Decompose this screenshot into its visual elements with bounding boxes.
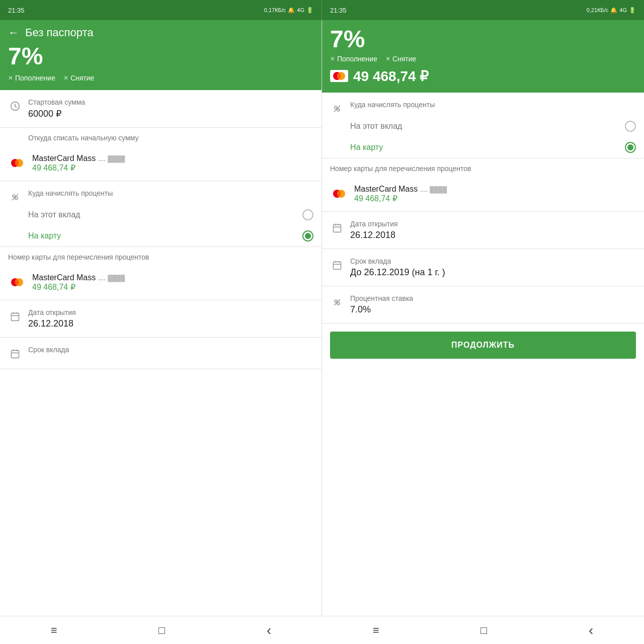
percent-right: 7% <box>330 26 636 53</box>
screen-right: 7% ✕ Пополнение ✕ Снятие 49 468,7 <box>322 20 644 616</box>
radio-deposit-left[interactable] <box>302 209 313 220</box>
status-bars: 21:35 0,17КБ/с 🔔 4G 🔋 21:35 0,21КБ/с 🔔 4… <box>0 0 644 20</box>
mastercard-icon-interest-left <box>8 276 26 288</box>
back-icon-left[interactable]: ‹ <box>267 622 271 638</box>
open-date-value-left: 26.12.2018 <box>28 318 313 329</box>
term-label-left: Срок вклада <box>28 346 313 354</box>
header-tags-right: ✕ Пополнение ✕ Снятие <box>330 55 636 63</box>
source-card-name: MasterCard Mass <box>32 154 96 163</box>
source-section: Откуда списать начальную сумму MasterCar… <box>0 128 321 181</box>
rate-label-right: Процентная ставка <box>350 294 636 302</box>
svg-rect-31 <box>334 262 341 269</box>
back-button[interactable]: ← <box>8 26 19 39</box>
page-title-left: Без паспорта <box>25 26 94 39</box>
x-icon-withdrawal-right: ✕ <box>385 55 390 62</box>
interest-card-row-left[interactable]: MasterCard Mass .... ████ 49 468,74 ₽ <box>0 265 321 300</box>
header-balance: 49 468,74 ₽ <box>353 68 429 85</box>
bottom-navs: ≡ □ ‹ ≡ □ ‹ <box>0 616 644 644</box>
source-label: Откуда списать начальную сумму <box>28 134 313 142</box>
option-deposit-left[interactable]: На этот вклад <box>0 204 321 225</box>
status-bar-right: 21:35 0,21КБ/с 🔔 4G 🔋 <box>322 0 644 20</box>
interest-card-balance-left: 49 468,74 ₽ <box>32 282 313 292</box>
option-card-left[interactable]: На карту <box>0 225 321 247</box>
interest-card-dots-left: .... ████ <box>98 274 125 282</box>
screens: ← Без паспорта 7% ✕ Пополнение ✕ Снятие <box>0 20 644 616</box>
interest-section-right: Куда начислять проценты На этот вклад На… <box>322 93 644 158</box>
calendar2-icon-left <box>8 347 22 361</box>
header-tags-left: ✕ Пополнение ✕ Снятие <box>8 74 313 82</box>
radio-card-right[interactable] <box>625 142 636 153</box>
content-left: Стартовая сумма 60000 ₽ Откуда списать н… <box>0 90 321 616</box>
status-bar-left: 21:35 0,17КБ/с 🔔 4G 🔋 <box>0 0 322 20</box>
open-date-section-right: Дата открытия 26.12.2018 <box>322 212 644 249</box>
interest-card-balance-right: 49 468,74 ₽ <box>354 194 636 203</box>
header-balance-row: 49 468,74 ₽ <box>330 68 636 85</box>
rate-value-right: 7.0% <box>350 304 636 315</box>
home-icon-left[interactable]: □ <box>158 624 165 637</box>
percent-icon-left <box>8 190 22 204</box>
open-date-value-right: 26.12.2018 <box>350 230 636 240</box>
interest-section-left: Куда начислять проценты На этот вклад На… <box>0 181 321 247</box>
rate-section-right: Процентная ставка 7.0% <box>322 286 644 324</box>
calendar-icon-left <box>8 309 22 324</box>
start-sum-section: Стартовая сумма 60000 ₽ <box>0 90 321 128</box>
svg-rect-10 <box>12 313 19 320</box>
start-sum-value: 60000 ₽ <box>28 108 313 119</box>
start-sum-label: Стартовая сумма <box>28 98 313 106</box>
source-card-row[interactable]: MasterCard Mass .... ████ 49 468,74 ₽ <box>0 146 321 181</box>
header-left: ← Без паспорта 7% ✕ Пополнение ✕ Снятие <box>0 20 321 90</box>
term-label-right: Срок вклада <box>350 257 636 265</box>
radio-deposit-right[interactable] <box>625 121 636 132</box>
percent-icon-right <box>330 102 344 116</box>
svg-point-36 <box>337 302 340 305</box>
svg-point-35 <box>335 300 337 302</box>
tag-deposit-left: ✕ Пополнение <box>8 74 55 82</box>
open-date-section-left: Дата открытия 26.12.2018 <box>0 300 321 338</box>
percent2-icon-right <box>330 295 344 309</box>
interest-card-section-right: Номер карты для перечисления процентов M… <box>322 158 644 212</box>
radio-card-left[interactable] <box>302 230 313 242</box>
term-section-right: Срок вклада До 26.12.2019 (на 1 г. ) <box>322 249 644 286</box>
home-icon-right[interactable]: □ <box>480 624 487 637</box>
option-card-right[interactable]: На карту <box>322 137 644 158</box>
percent-left: 7% <box>8 43 313 70</box>
interest-card-row-right[interactable]: MasterCard Mass .... ████ 49 468,74 ₽ <box>322 177 644 212</box>
mastercard-icon-header <box>330 70 348 82</box>
interest-card-name-right: MasterCard Mass <box>354 185 418 193</box>
bottom-nav-right: ≡ □ ‹ <box>322 616 644 644</box>
tag-withdrawal-left: ✕ Снятие <box>63 74 94 82</box>
svg-point-22 <box>337 109 340 111</box>
svg-point-4 <box>13 195 15 197</box>
bottom-nav-left: ≡ □ ‹ <box>0 616 322 644</box>
back-icon-right[interactable]: ‹ <box>589 622 593 638</box>
svg-rect-14 <box>12 350 19 358</box>
open-date-label-left: Дата открытия <box>28 308 313 316</box>
interest-card-dots-right: .... ████ <box>420 185 447 193</box>
open-date-label-right: Дата открытия <box>350 220 636 228</box>
interest-label-left: Куда начислять проценты <box>28 189 113 197</box>
interest-card-section-left: Номер карты для перечисления процентов M… <box>0 247 321 300</box>
interest-card-name-left: MasterCard Mass <box>32 273 96 282</box>
menu-icon-left[interactable]: ≡ <box>51 624 57 637</box>
continue-button[interactable]: ПРОДОЛЖИТЬ <box>330 332 636 359</box>
calendar2-icon-right <box>330 258 344 272</box>
screen-left: ← Без паспорта 7% ✕ Пополнение ✕ Снятие <box>0 20 322 616</box>
menu-icon-right[interactable]: ≡ <box>373 624 379 637</box>
calendar-icon-right <box>330 221 344 235</box>
card-number-label-left: Номер карты для перечисления процентов <box>8 253 313 261</box>
clock-icon <box>8 99 22 113</box>
x-icon-deposit-right: ✕ <box>330 55 335 62</box>
source-card-balance: 49 468,74 ₽ <box>32 163 313 173</box>
option-deposit-right[interactable]: На этот вклад <box>322 116 644 137</box>
source-card-dots: .... ████ <box>98 154 125 163</box>
mastercard-icon-interest-right <box>330 188 348 200</box>
interest-label-right: Куда начислять проценты <box>350 101 435 109</box>
status-icons-right: 0,21КБ/с 🔔 4G 🔋 <box>587 7 636 14</box>
svg-point-5 <box>15 197 18 200</box>
term-section-left: Срок вклада <box>0 338 321 369</box>
time-left: 21:35 <box>8 7 25 14</box>
x-icon-withdrawal-left: ✕ <box>63 74 68 82</box>
card-number-label-right: Номер карты для перечисления процентов <box>330 165 636 173</box>
status-icons-left: 0,17КБ/с 🔔 4G 🔋 <box>264 7 313 14</box>
content-right: Куда начислять проценты На этот вклад На… <box>322 93 644 616</box>
